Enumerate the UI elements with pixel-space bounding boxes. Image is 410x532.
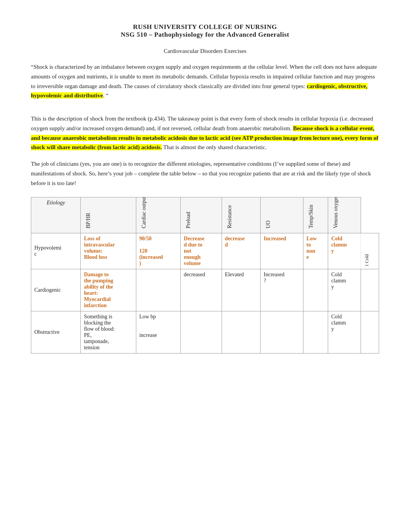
section-title: Cardiovascular Disorders Exercises [31, 48, 379, 54]
col-preload: Preload [181, 197, 222, 233]
bp-hypovolemic: 90/50120(increased) [136, 233, 180, 269]
type-hypovolemic: Hypovolemic [31, 233, 81, 269]
uo-hypovolemic: Lowtonone [303, 233, 328, 269]
col-bp-hr: BP/HR [81, 197, 136, 233]
cardiac-hypovolemic: Decreased due tonotenoughvolume [181, 233, 222, 269]
shock-table: Etiology BP/HR Cardiac output Preload Re… [31, 197, 379, 354]
university-title: RUSH UNIVERSITY COLLEGE OF NURSING [31, 23, 379, 31]
tempskin-obstructive: Coldclammy [328, 311, 361, 354]
uo-obstructive [303, 311, 328, 354]
preload-cardiogenic: Elevated [222, 269, 260, 311]
type-cardiogenic: Cardiogenic [31, 269, 81, 311]
cardiac-cardiogenic: decreased [181, 269, 222, 311]
table-row-hypovolemic: Hypovolemic Loss ofintravascularvolume:B… [31, 233, 379, 269]
tempskin-cardiogenic: Coldclammy [328, 269, 361, 311]
table-row-cardiogenic: Cardiogenic Damage tothe pumpingability … [31, 269, 379, 311]
resistance-hypovolemic: Increased [261, 233, 303, 269]
course-title: NSG 510 – Pathophysiology for the Advanc… [31, 31, 379, 39]
page-header: RUSH UNIVERSITY COLLEGE OF NURSING NSG 5… [31, 23, 379, 39]
cardiac-obstructive [181, 311, 222, 354]
bp-obstructive: Low bpincrease [136, 311, 180, 354]
bp-cardiogenic [136, 269, 180, 311]
venous-obstructive [361, 311, 379, 354]
col-etiology: Etiology [31, 197, 81, 233]
p1-end: . “ [103, 92, 108, 99]
paragraph-3: The job of clinicians (yes, you are one)… [31, 159, 379, 188]
resistance-cardiogenic: Increased? [261, 269, 303, 311]
p2-end: That is almost the only shared character… [162, 144, 266, 150]
col-resistance: Resistance [222, 197, 260, 233]
col-temp-skin: Temp/Skin [303, 197, 328, 233]
col-venous-o2: Venous oxygen [328, 197, 361, 233]
venous-cardiogenic [361, 269, 379, 311]
uo-cardiogenic [303, 269, 328, 311]
col-cardiac: Cardiac output [136, 197, 180, 233]
preload-hypovolemic: decreased [222, 233, 260, 269]
paragraph-2: This is the description of shock from th… [31, 114, 379, 152]
venous-hypovolemic: 1 Cold [361, 233, 379, 269]
tempskin-hypovolemic: Coldclammy [328, 233, 361, 269]
etiology-obstructive: Something isblocking theflow of blood:PE… [81, 311, 136, 354]
preload-obstructive [222, 311, 260, 354]
etiology-cardiogenic: Damage tothe pumpingability of theheart:… [81, 269, 136, 311]
resistance-obstructive [261, 311, 303, 354]
etiology-hypovolemic: Loss ofintravascularvolume:Blood loss [81, 233, 136, 269]
table-row-obstructive: Obstructive Something isblocking theflow… [31, 311, 379, 354]
paragraph-1: “Shock is characterized by an imbalance … [31, 62, 379, 100]
type-obstructive: Obstructive [31, 311, 81, 354]
col-uo: UO [261, 197, 303, 233]
